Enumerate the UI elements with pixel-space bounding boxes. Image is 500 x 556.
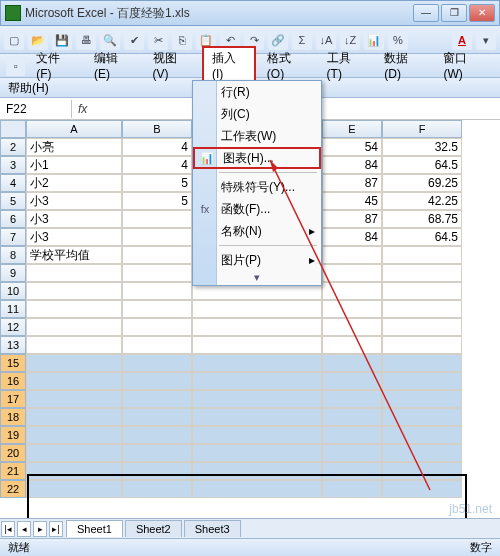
cell[interactable] <box>122 462 192 480</box>
cell[interactable] <box>382 336 462 354</box>
cell[interactable] <box>26 318 122 336</box>
cell[interactable] <box>322 318 382 336</box>
cell[interactable] <box>26 264 122 282</box>
col-header-e[interactable]: E <box>322 120 382 138</box>
cell[interactable] <box>122 264 192 282</box>
row-header[interactable]: 20 <box>0 444 26 462</box>
row-header[interactable]: 3 <box>0 156 26 174</box>
cell[interactable] <box>322 426 382 444</box>
cell[interactable]: 小3 <box>26 210 122 228</box>
cell[interactable] <box>382 372 462 390</box>
cell[interactable] <box>122 300 192 318</box>
cell[interactable] <box>382 300 462 318</box>
row-header[interactable]: 18 <box>0 408 26 426</box>
cell[interactable] <box>322 282 382 300</box>
cell[interactable] <box>322 336 382 354</box>
cell[interactable]: 84 <box>322 156 382 174</box>
cell[interactable] <box>192 480 322 498</box>
menu-item-worksheet[interactable]: 工作表(W) <box>193 125 321 147</box>
cell[interactable] <box>26 462 122 480</box>
cell[interactable] <box>192 462 322 480</box>
maximize-button[interactable]: ❐ <box>441 4 467 22</box>
cell[interactable] <box>322 264 382 282</box>
menu-item-column[interactable]: 列(C) <box>193 103 321 125</box>
cell[interactable] <box>322 408 382 426</box>
new-icon[interactable]: ▢ <box>4 30 24 50</box>
menu-item-row[interactable]: 行(R) <box>193 81 321 103</box>
cell[interactable]: 45 <box>322 192 382 210</box>
cell[interactable] <box>122 336 192 354</box>
cell[interactable] <box>382 264 462 282</box>
cell[interactable] <box>192 426 322 444</box>
cell[interactable] <box>26 426 122 444</box>
cell[interactable]: 5 <box>122 174 192 192</box>
cell[interactable]: 68.75 <box>382 210 462 228</box>
menu-item-name[interactable]: 名称(N)▸ <box>193 220 321 242</box>
cell[interactable] <box>122 354 192 372</box>
cell[interactable] <box>26 390 122 408</box>
cell[interactable] <box>382 354 462 372</box>
cell[interactable]: 87 <box>322 174 382 192</box>
cell[interactable]: 学校平均值 <box>26 246 122 264</box>
cell[interactable] <box>322 390 382 408</box>
cell[interactable] <box>122 282 192 300</box>
cell[interactable] <box>122 210 192 228</box>
cell[interactable] <box>192 354 322 372</box>
menu-view[interactable]: 视图(V) <box>144 47 200 84</box>
minimize-button[interactable]: — <box>413 4 439 22</box>
cell[interactable] <box>192 318 322 336</box>
row-header[interactable]: 22 <box>0 480 26 498</box>
cell[interactable] <box>122 426 192 444</box>
cell[interactable] <box>26 282 122 300</box>
cell[interactable] <box>322 246 382 264</box>
menu-file[interactable]: 文件(F) <box>27 47 83 84</box>
cell[interactable] <box>322 300 382 318</box>
row-header[interactable]: 4 <box>0 174 26 192</box>
tab-nav-prev-icon[interactable]: ◂ <box>17 521 31 537</box>
cell[interactable]: 64.5 <box>382 156 462 174</box>
cell[interactable] <box>322 444 382 462</box>
row-header[interactable]: 15 <box>0 354 26 372</box>
cell[interactable] <box>122 318 192 336</box>
row-header[interactable]: 9 <box>0 264 26 282</box>
cell[interactable] <box>192 444 322 462</box>
menu-tools[interactable]: 工具(T) <box>318 47 374 84</box>
cell[interactable] <box>322 354 382 372</box>
name-box[interactable]: F22 <box>0 100 72 118</box>
cell[interactable] <box>122 444 192 462</box>
cell[interactable] <box>122 246 192 264</box>
select-all-button[interactable] <box>0 120 26 138</box>
cell[interactable] <box>382 426 462 444</box>
cell[interactable]: 87 <box>322 210 382 228</box>
menu-item-picture[interactable]: 图片(P)▸ <box>193 249 321 271</box>
cell[interactable] <box>192 300 322 318</box>
menu-help[interactable]: 帮助(H) <box>8 81 49 95</box>
row-header[interactable]: 6 <box>0 210 26 228</box>
cell[interactable]: 小2 <box>26 174 122 192</box>
row-header[interactable]: 16 <box>0 372 26 390</box>
cell[interactable]: 84 <box>322 228 382 246</box>
cell[interactable] <box>122 408 192 426</box>
fx-icon[interactable]: fx <box>72 102 93 116</box>
cell[interactable]: 69.25 <box>382 174 462 192</box>
cell[interactable] <box>322 372 382 390</box>
tab-nav-last-icon[interactable]: ▸| <box>49 521 63 537</box>
row-header[interactable]: 13 <box>0 336 26 354</box>
cell[interactable]: 64.5 <box>382 228 462 246</box>
row-header[interactable]: 5 <box>0 192 26 210</box>
cell[interactable]: 42.25 <box>382 192 462 210</box>
cell[interactable]: 4 <box>122 138 192 156</box>
cell[interactable] <box>122 390 192 408</box>
cell[interactable]: 4 <box>122 156 192 174</box>
menu-item-function[interactable]: fx 函数(F)... <box>193 198 321 220</box>
cell[interactable] <box>382 408 462 426</box>
cell[interactable] <box>26 336 122 354</box>
menu-format[interactable]: 格式(O) <box>258 47 316 84</box>
menu-item-chart[interactable]: 📊 图表(H)... <box>193 147 321 169</box>
cell[interactable] <box>382 282 462 300</box>
cell[interactable] <box>26 372 122 390</box>
row-header[interactable]: 10 <box>0 282 26 300</box>
row-header[interactable]: 8 <box>0 246 26 264</box>
col-header-f[interactable]: F <box>382 120 462 138</box>
col-header-b[interactable]: B <box>122 120 192 138</box>
